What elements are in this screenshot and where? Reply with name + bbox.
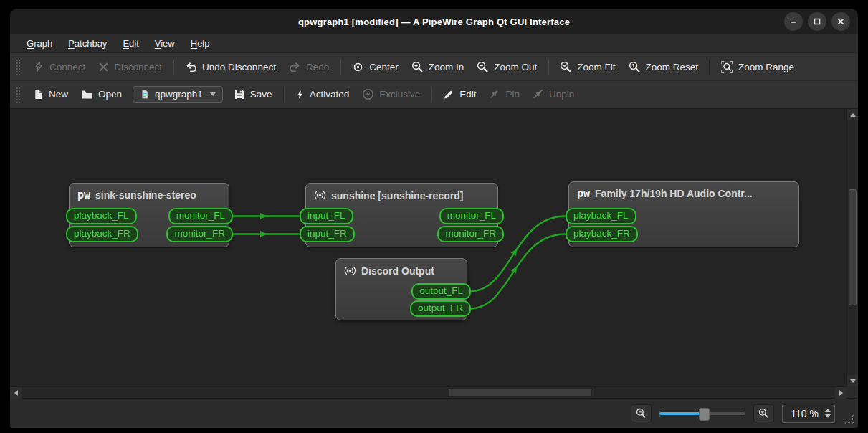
center-button[interactable]: Center <box>345 57 405 77</box>
arrowhead <box>510 247 519 256</box>
zoom-percent-spinbox[interactable]: 110 % <box>782 404 835 423</box>
zoom-reset-button[interactable]: 1 Zoom Reset <box>622 57 705 77</box>
pin-icon <box>489 89 500 100</box>
zoom-range-icon <box>721 61 733 73</box>
port-monitor-fr[interactable]: monitor_FR <box>166 226 233 242</box>
zoom-slider[interactable] <box>659 406 745 421</box>
zoom-slider-handle[interactable] <box>699 408 710 421</box>
undo-disconnect-button[interactable]: Undo Disconnect <box>178 57 282 76</box>
center-icon <box>352 61 364 73</box>
patchbay-select[interactable]: qpwgraph1 <box>133 86 223 103</box>
zoom-out-button[interactable]: Zoom Out <box>470 57 543 77</box>
maximize-button[interactable] <box>808 12 826 31</box>
horizontal-scroll-thumb[interactable] <box>449 389 591 396</box>
zoom-percent-value: 110 % <box>791 408 819 419</box>
zoom-in-button[interactable]: Zoom In <box>405 57 471 77</box>
toolbar-separator <box>340 59 341 75</box>
vertical-scroll-track[interactable] <box>847 120 858 375</box>
port-monitor-fl[interactable]: monitor_FL <box>168 208 233 224</box>
close-button[interactable] <box>831 12 850 31</box>
port-output-fl[interactable]: output_FL <box>411 283 471 300</box>
statusbar-zoom-in-button[interactable] <box>753 404 774 422</box>
scroll-up-button[interactable] <box>847 109 858 120</box>
vertical-scrollbar <box>846 109 858 386</box>
port-input-fl[interactable]: input_FL <box>300 208 353 224</box>
zoom-in-icon <box>758 408 769 419</box>
exclusive-bolt-icon <box>362 88 374 100</box>
toolbar-separator <box>431 87 432 103</box>
port-playback-fr[interactable]: playback_FR <box>566 226 638 242</box>
activated-button[interactable]: Activated <box>289 85 356 104</box>
disconnect-button[interactable]: Disconnect <box>92 58 168 76</box>
save-icon <box>234 89 245 100</box>
port-input-fr[interactable]: input_FR <box>300 226 355 242</box>
horizontal-scroll-track[interactable] <box>22 387 835 398</box>
port-playback-fr[interactable]: playback_FR <box>66 226 138 242</box>
open-folder-icon <box>81 89 93 100</box>
scroll-right-button[interactable] <box>835 387 846 399</box>
redo-button[interactable]: Redo <box>282 57 335 76</box>
patchbay-select-value: qpwgraph1 <box>155 89 203 100</box>
toolbar-separator <box>283 87 285 103</box>
minimize-icon <box>788 16 798 27</box>
disconnect-icon <box>98 62 109 72</box>
title-bar[interactable]: qpwgraph1 [modified] — A PipeWire Graph … <box>10 9 858 34</box>
menu-graph[interactable]: Graph <box>20 37 59 50</box>
zoom-out-icon <box>636 408 647 419</box>
port-playback-fl[interactable]: playback_FL <box>66 208 137 224</box>
window-resize-grip[interactable] <box>844 414 854 424</box>
menu-patchbay[interactable]: Patchbay <box>62 37 113 50</box>
toolbar-separator <box>548 59 549 75</box>
arrowhead <box>260 213 267 219</box>
triangle-left-icon <box>14 390 18 396</box>
minimize-button[interactable] <box>784 12 803 31</box>
activated-bolt-icon <box>295 89 305 100</box>
port-monitor-fr[interactable]: monitor_FR <box>437 226 504 242</box>
connect-icon <box>33 61 44 72</box>
vertical-scroll-thumb[interactable] <box>849 189 857 305</box>
scroll-left-button[interactable] <box>10 387 22 399</box>
menu-bar: Graph Patchbay Edit View Help <box>10 34 858 53</box>
new-button[interactable]: New <box>27 85 75 104</box>
scroll-down-button[interactable] <box>847 375 858 386</box>
toolbar-drag-handle[interactable] <box>16 59 21 75</box>
unpin-button[interactable]: Unpin <box>526 85 581 104</box>
graph-canvas[interactable]: pwsink-sunshine-stereo sunshine [sunshin… <box>10 109 846 386</box>
save-button[interactable]: Save <box>227 85 279 104</box>
zoom-reset-icon: 1 <box>629 61 641 73</box>
audio-stream-icon <box>314 189 326 201</box>
toolbar-drag-handle[interactable] <box>16 87 21 103</box>
node-title: sunshine [sunshine-record] <box>331 190 463 201</box>
statusbar-zoom-out-button[interactable] <box>631 404 652 422</box>
spin-down-icon[interactable] <box>825 414 831 418</box>
spin-up-icon[interactable] <box>825 409 831 412</box>
close-icon <box>836 16 846 27</box>
connections-layer <box>10 109 845 386</box>
pin-button[interactable]: Pin <box>482 85 526 104</box>
menu-edit[interactable]: Edit <box>116 37 145 50</box>
port-monitor-fl[interactable]: monitor_FL <box>439 208 504 224</box>
redo-icon <box>289 61 301 72</box>
zoom-range-button[interactable]: Zoom Range <box>715 57 801 77</box>
exclusive-button[interactable]: Exclusive <box>356 85 426 104</box>
menu-view[interactable]: View <box>148 37 181 50</box>
open-button[interactable]: Open <box>75 85 128 104</box>
menu-help[interactable]: Help <box>184 37 216 50</box>
node-title: sink-sunshine-stereo <box>95 189 196 201</box>
zoom-fit-icon <box>560 61 572 73</box>
horizontal-scrollbar <box>10 386 846 398</box>
toolbar-separator <box>173 59 174 75</box>
triangle-right-icon <box>839 390 843 396</box>
triangle-up-icon <box>850 113 856 117</box>
zoom-fit-button[interactable]: Zoom Fit <box>553 57 621 77</box>
arrowhead <box>260 231 267 237</box>
triangle-down-icon <box>850 379 856 383</box>
edit-button[interactable]: Edit <box>437 85 482 104</box>
port-playback-fl[interactable]: playback_FL <box>566 208 636 224</box>
status-bar: 110 % <box>10 399 858 428</box>
chevron-down-icon <box>210 92 216 96</box>
port-output-fr[interactable]: output_FR <box>410 300 471 317</box>
connect-button[interactable]: Connect <box>27 57 92 76</box>
edit-pencil-icon <box>443 89 454 100</box>
zoom-in-icon <box>411 61 424 73</box>
